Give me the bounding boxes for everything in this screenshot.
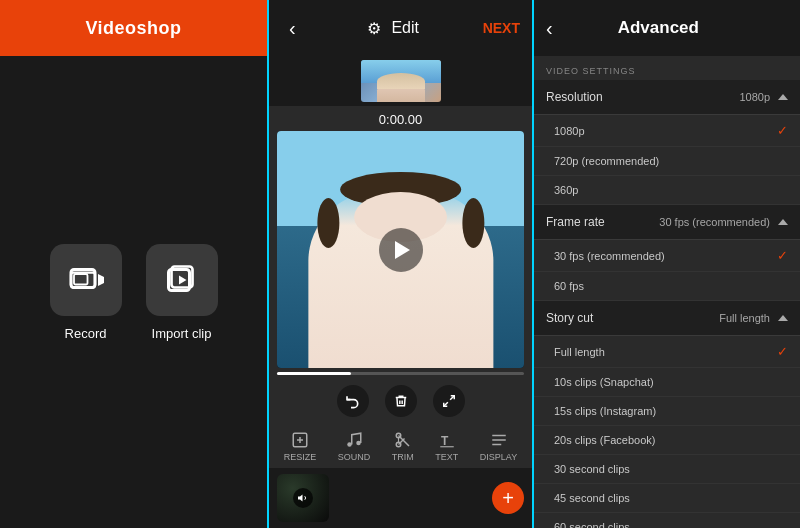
svg-rect-2 [74, 274, 88, 285]
progress-fill [277, 372, 351, 375]
framerate-label: Frame rate [546, 215, 605, 229]
panel-videoshop: Videoshop Record [0, 0, 267, 528]
resolution-option-1080p[interactable]: 1080p ✓ [534, 115, 800, 147]
res-1080p-label: 1080p [554, 125, 585, 137]
trim-label: TRIM [392, 452, 414, 462]
timer-value: 0:00.00 [379, 112, 422, 127]
hair-right [462, 198, 484, 248]
delete-button[interactable] [385, 385, 417, 417]
resize-label: RESIZE [284, 452, 317, 462]
panel3-back-button[interactable]: ‹ [546, 17, 553, 40]
video-subject [308, 190, 493, 368]
hair-left [317, 198, 339, 248]
toolbar-trim[interactable]: TRIM [392, 431, 414, 462]
toolbar-display[interactable]: DISPLAY [480, 431, 517, 462]
panel1-content: Record Import clip [50, 56, 218, 528]
framerate-option-60[interactable]: 60 fps [534, 272, 800, 301]
record-label: Record [65, 326, 107, 341]
storycut-value: Full length [719, 312, 788, 324]
panel3-title: Advanced [618, 18, 699, 38]
text-label: TEXT [435, 452, 458, 462]
storycut-option-full[interactable]: Full length ✓ [534, 336, 800, 368]
res-360p-label: 360p [554, 184, 578, 196]
svg-point-11 [347, 442, 352, 447]
svg-point-12 [356, 441, 361, 446]
panel2-back-button[interactable]: ‹ [281, 13, 304, 44]
play-button[interactable] [379, 228, 423, 272]
sound-label: SOUND [338, 452, 371, 462]
video-thumbnail [361, 60, 441, 102]
storycut-15s-label: 15s clips (Instagram) [554, 405, 656, 417]
storycut-full-label: Full length [554, 346, 605, 358]
trim-icon [394, 431, 412, 449]
panel1-header: Videoshop [0, 0, 267, 56]
panel-advanced: ‹ Advanced VIDEO SETTINGS Resolution 108… [534, 0, 800, 528]
toolbar-row: RESIZE SOUND TRIM T TEXT DISPLAY [269, 423, 532, 468]
next-button[interactable]: NEXT [483, 20, 520, 36]
controls-row [269, 379, 532, 423]
fps60-label: 60 fps [554, 280, 584, 292]
resolution-option-720p[interactable]: 720p (recommended) [534, 147, 800, 176]
storycut-20s-label: 20s clips (Facebook) [554, 434, 656, 446]
svg-marker-6 [179, 275, 187, 284]
storycut-45s-label: 45 second clips [554, 492, 630, 504]
storycut-option-15s[interactable]: 15s clips (Instagram) [534, 397, 800, 426]
text-icon: T [438, 431, 456, 449]
resolution-label: Resolution [546, 90, 603, 104]
panel2-header-right: ⚙ Edit [367, 19, 419, 38]
resolution-chevron-icon [778, 94, 788, 100]
storycut-option-45s[interactable]: 45 second clips [534, 484, 800, 513]
resize-icon [291, 431, 309, 449]
expand-button[interactable] [433, 385, 465, 417]
fps30-check: ✓ [777, 248, 788, 263]
toolbar-text[interactable]: T TEXT [435, 431, 458, 462]
framerate-option-30[interactable]: 30 fps (recommended) ✓ [534, 240, 800, 272]
storycut-chevron-icon [778, 315, 788, 321]
progress-bar[interactable] [277, 372, 524, 375]
sound-icon [345, 431, 363, 449]
framerate-header[interactable]: Frame rate 30 fps (recommended) [534, 205, 800, 240]
clip-strip: + [269, 468, 532, 528]
import-clip-button[interactable]: Import clip [146, 244, 218, 341]
video-settings-label: VIDEO SETTINGS [534, 56, 800, 80]
camera-icon [68, 262, 104, 298]
panel3-header: ‹ Advanced [534, 0, 800, 56]
record-button[interactable]: Record [50, 244, 122, 341]
video-preview[interactable] [277, 131, 524, 368]
storycut-full-check: ✓ [777, 344, 788, 359]
speaker-icon [293, 488, 313, 508]
panel-edit: ‹ ⚙ Edit NEXT 0:00.00 [267, 0, 534, 528]
storycut-10s-label: 10s clips (Snapchat) [554, 376, 654, 388]
storycut-option-20s[interactable]: 20s clips (Facebook) [534, 426, 800, 455]
panel2-title: Edit [391, 19, 419, 37]
storycut-30s-label: 30 second clips [554, 463, 630, 475]
fps30-label: 30 fps (recommended) [554, 250, 665, 262]
storycut-option-10s[interactable]: 10s clips (Snapchat) [534, 368, 800, 397]
settings-content: VIDEO SETTINGS Resolution 1080p 1080p ✓ … [534, 56, 800, 528]
toolbar-resize[interactable]: RESIZE [284, 431, 317, 462]
clip-thumbnail[interactable] [277, 474, 329, 522]
import-icon [164, 262, 200, 298]
toolbar-sound[interactable]: SOUND [338, 431, 371, 462]
svg-text:T: T [441, 434, 449, 448]
import-icon-box [146, 244, 218, 316]
gear-icon[interactable]: ⚙ [367, 19, 381, 38]
panel1-title: Videoshop [85, 18, 181, 39]
undo-button[interactable] [337, 385, 369, 417]
resolution-option-360p[interactable]: 360p [534, 176, 800, 205]
timer-display: 0:00.00 [269, 106, 532, 131]
storycut-header[interactable]: Story cut Full length [534, 301, 800, 336]
display-label: DISPLAY [480, 452, 517, 462]
display-icon [490, 431, 508, 449]
svg-marker-3 [98, 274, 104, 286]
res-720p-label: 720p (recommended) [554, 155, 659, 167]
import-label: Import clip [152, 326, 212, 341]
resolution-header[interactable]: Resolution 1080p [534, 80, 800, 115]
storycut-label: Story cut [546, 311, 593, 325]
add-clip-button[interactable]: + [492, 482, 524, 514]
thumbnail-strip [269, 56, 532, 106]
storycut-option-60s[interactable]: 60 second clips [534, 513, 800, 528]
storycut-option-30s[interactable]: 30 second clips [534, 455, 800, 484]
res-1080p-check: ✓ [777, 123, 788, 138]
framerate-chevron-icon [778, 219, 788, 225]
